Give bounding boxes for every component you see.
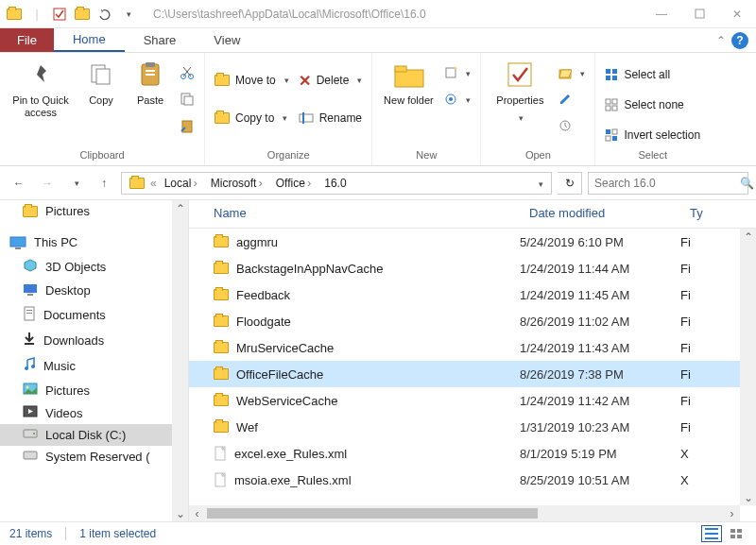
scroll-up-icon[interactable]: ⌃	[172, 200, 188, 216]
copy-button[interactable]: Copy	[81, 59, 121, 107]
tree-item[interactable]: Pictures	[0, 379, 188, 401]
invert-selection-button[interactable]: Invert selection	[605, 125, 700, 145]
table-row[interactable]: Floodgate8/26/2019 11:02 AMFi	[189, 308, 756, 334]
easy-access-button[interactable]	[444, 89, 471, 110]
paste-shortcut-button[interactable]	[180, 115, 195, 136]
close-button[interactable]: ✕	[718, 0, 756, 28]
tree-item[interactable]: 3D Objects	[0, 255, 188, 279]
tree-item[interactable]: System Reserved (	[0, 446, 188, 468]
select-all-icon	[605, 68, 618, 81]
table-row[interactable]: excel.exe_Rules.xml8/1/2019 5:19 PMX	[189, 440, 756, 467]
tree-item-icon	[23, 428, 38, 442]
svg-rect-34	[612, 136, 617, 141]
select-none-button[interactable]: Select none	[605, 94, 700, 115]
svg-rect-11	[184, 96, 193, 105]
file-scrollbar-horizontal[interactable]: ‹ ›	[189, 505, 740, 521]
forward-button[interactable]: →	[36, 172, 59, 195]
history-button[interactable]	[558, 115, 585, 136]
table-row[interactable]: MruServiceCache1/24/2019 11:43 AMFi	[189, 334, 756, 361]
copy-to-button[interactable]: Copy to	[215, 108, 289, 128]
scroll-right-icon[interactable]: ›	[724, 505, 740, 521]
up-button[interactable]: ↑	[93, 172, 115, 195]
new-folder-button[interactable]: New folder	[382, 59, 435, 107]
tree-item[interactable]: Desktop	[0, 279, 188, 302]
table-row[interactable]: aggmru5/24/2019 6:10 PMFi	[189, 229, 756, 255]
file-name: aggmru	[236, 235, 278, 249]
scroll-left-icon[interactable]: ‹	[189, 505, 205, 521]
table-row[interactable]: BackstageInAppNavCache1/24/2019 11:44 AM…	[189, 255, 756, 281]
tree-item-label: Music	[43, 359, 76, 373]
tree-item[interactable]: Downloads	[0, 328, 188, 353]
open-file-button[interactable]	[558, 62, 585, 83]
file-date: 5/24/2019 6:10 PM	[520, 235, 680, 249]
new-folder-qat-icon[interactable]	[72, 4, 93, 25]
tab-home[interactable]: Home	[54, 28, 125, 52]
help-icon[interactable]: ?	[731, 32, 748, 49]
back-button[interactable]: ←	[8, 172, 30, 195]
tree-pictures-qa[interactable]: Pictures	[0, 200, 188, 222]
search-box[interactable]: 🔍	[588, 172, 748, 195]
properties-qat-icon[interactable]	[49, 4, 70, 25]
search-icon[interactable]: 🔍	[740, 177, 754, 190]
table-row[interactable]: OfficeFileCache8/26/2019 7:38 PMFi	[189, 361, 756, 387]
group-open: Properties Open	[481, 53, 595, 165]
col-date[interactable]: Date modified	[520, 200, 680, 228]
table-row[interactable]: msoia.exe_Rules.xml8/25/2019 10:51 AMX	[189, 467, 756, 493]
copy-path-button[interactable]	[180, 89, 195, 110]
crumb-0[interactable]: Local	[159, 176, 203, 190]
edit-button[interactable]	[558, 89, 585, 110]
properties-label: Properties	[496, 94, 543, 107]
scroll-down-icon[interactable]: ⌄	[740, 489, 756, 505]
svg-point-44	[31, 365, 35, 368]
col-type[interactable]: Ty	[680, 200, 756, 228]
tree-item[interactable]: Videos	[0, 401, 188, 424]
crumb-2[interactable]: Office	[270, 176, 317, 190]
table-row[interactable]: WebServiceCache1/24/2019 11:42 AMFi	[189, 387, 756, 414]
paste-button[interactable]: Paste	[130, 59, 170, 107]
svg-rect-5	[146, 62, 155, 67]
breadcrumb-bar[interactable]: « Local Microsoft Office 16.0	[121, 172, 552, 195]
details-view-button[interactable]	[701, 525, 722, 542]
table-row[interactable]: Feedback1/24/2019 11:45 AMFi	[189, 281, 756, 308]
move-to-button[interactable]: Move to	[215, 70, 289, 91]
scroll-thumb[interactable]	[207, 508, 538, 519]
window-title: C:\Users\tashreef\AppData\Local\Microsof…	[142, 8, 643, 21]
delete-button[interactable]: ✕Delete	[299, 70, 363, 91]
crumb-1[interactable]: Microsoft	[205, 176, 268, 190]
svg-rect-59	[737, 535, 742, 538]
collapse-ribbon-icon[interactable]: ⌃	[716, 34, 726, 47]
new-item-button[interactable]	[444, 62, 471, 83]
large-icons-view-button[interactable]	[726, 525, 747, 542]
cut-button[interactable]	[180, 62, 195, 83]
qat-customize-icon[interactable]	[117, 4, 138, 25]
minimize-button[interactable]: —	[643, 0, 680, 28]
tree-item[interactable]: Local Disk (C:)	[0, 424, 188, 446]
file-scrollbar-vertical[interactable]: ⌃ ⌄	[740, 229, 756, 505]
tab-file[interactable]: File	[0, 28, 54, 52]
svg-rect-28	[612, 99, 617, 104]
folder-icon[interactable]	[4, 4, 25, 25]
rename-button[interactable]: Rename	[299, 108, 363, 128]
tab-view[interactable]: View	[195, 28, 259, 52]
tree-this-pc[interactable]: This PC	[0, 230, 188, 255]
tree-item[interactable]: Documents	[0, 302, 188, 328]
select-all-button[interactable]: Select all	[605, 64, 700, 85]
maximize-button[interactable]	[680, 0, 718, 28]
column-headers: Name Date modified Ty	[189, 200, 756, 229]
scroll-up-icon[interactable]: ⌃	[740, 229, 756, 245]
col-name[interactable]: Name	[189, 200, 520, 228]
table-row[interactable]: Wef1/31/2019 10:23 AMFi	[189, 414, 756, 440]
refresh-button[interactable]: ↻	[558, 172, 582, 195]
address-dropdown-icon[interactable]	[532, 177, 547, 190]
recent-locations-button[interactable]	[64, 172, 87, 195]
tree-item-icon	[23, 357, 36, 375]
tree-item[interactable]: Music	[0, 353, 188, 379]
tab-share[interactable]: Share	[125, 28, 196, 52]
scroll-down-icon[interactable]: ⌄	[172, 505, 188, 521]
properties-button[interactable]: Properties	[490, 59, 549, 124]
crumb-3[interactable]: 16.0	[318, 177, 352, 190]
search-input[interactable]	[594, 177, 736, 190]
pin-to-quick-access-button[interactable]: Pin to Quick access	[9, 59, 72, 119]
nav-scrollbar[interactable]: ⌃ ⌄	[172, 200, 188, 521]
undo-qat-icon[interactable]	[94, 4, 115, 25]
